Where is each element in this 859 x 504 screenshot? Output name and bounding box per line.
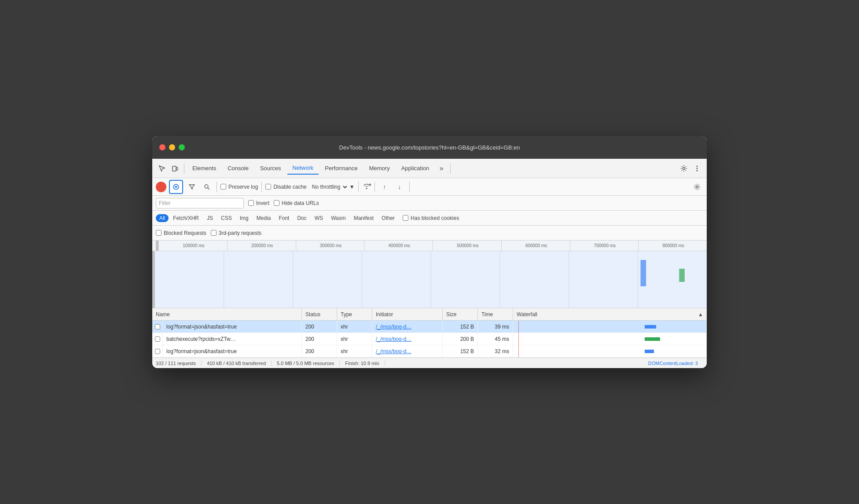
- table-row[interactable]: log?format=json&hasfast=true 200 xhr /_/…: [152, 321, 707, 333]
- svg-point-9: [205, 185, 208, 188]
- th-type[interactable]: Type: [337, 308, 372, 320]
- type-btn-img[interactable]: Img: [236, 214, 252, 222]
- search-icon[interactable]: [201, 181, 213, 193]
- tab-application[interactable]: Application: [396, 162, 435, 174]
- has-blocked-cookies-input[interactable]: [403, 215, 408, 221]
- row-name-1: log?format=json&hasfast=true: [163, 321, 302, 332]
- main-toolbar: Elements Console Sources Network Perform…: [152, 159, 707, 178]
- tab-console[interactable]: Console: [222, 162, 254, 174]
- row-type-1: xhr: [337, 321, 372, 332]
- type-btn-font[interactable]: Font: [275, 214, 293, 222]
- settings-icon[interactable]: [678, 162, 690, 175]
- download-icon[interactable]: ↓: [393, 181, 406, 193]
- row-initiator-1: /_/mss/boq-d…: [372, 321, 443, 332]
- clear-button[interactable]: [169, 180, 183, 194]
- table-row[interactable]: batchexecute?rpcids=xZTw… 200 xhr /_/mss…: [152, 333, 707, 345]
- row-time-1: 39 ms: [478, 321, 513, 332]
- sort-arrow-icon: ▲: [698, 311, 703, 318]
- minimize-button[interactable]: [169, 144, 175, 150]
- blocked-requests-checkbox[interactable]: Blocked Requests: [156, 230, 206, 236]
- traffic-lights: [159, 144, 185, 150]
- disable-cache-checkbox[interactable]: Disable cache: [265, 184, 306, 190]
- preserve-log-checkbox[interactable]: Preserve log: [220, 184, 258, 190]
- row-checkbox-2[interactable]: [152, 333, 163, 345]
- type-btn-doc[interactable]: Doc: [294, 214, 310, 222]
- row-check-input-3[interactable]: [155, 349, 160, 354]
- toolbar-divider-1: [184, 163, 184, 174]
- throttle-select[interactable]: No throttling Fast 3G Slow 3G Offline: [309, 183, 349, 190]
- wf-bar-3: [645, 350, 654, 353]
- row-checkbox-3[interactable]: [152, 345, 163, 357]
- tab-sources[interactable]: Sources: [255, 162, 286, 174]
- more-tabs-button[interactable]: »: [435, 162, 448, 175]
- hide-data-urls-checkbox[interactable]: Hide data URLs: [274, 200, 319, 206]
- row-checkbox-1[interactable]: [152, 321, 163, 332]
- timeline-header: 100000 ms 200000 ms 300000 ms 400000 ms …: [152, 241, 707, 251]
- close-button[interactable]: [159, 144, 165, 150]
- type-btn-other[interactable]: Other: [378, 214, 398, 222]
- th-waterfall[interactable]: Waterfall ▲: [513, 308, 707, 320]
- th-name[interactable]: Name: [152, 308, 302, 320]
- status-transferred: 410 kB / 410 kB transferred: [202, 361, 272, 366]
- blocked-requests-input[interactable]: [156, 230, 162, 236]
- row-initiator-3: /_/mss/boq-d…: [372, 345, 443, 357]
- record-button[interactable]: [156, 182, 166, 192]
- type-btn-fetch-xhr[interactable]: Fetch/XHR: [169, 214, 202, 222]
- timeline-chart: [155, 251, 707, 308]
- row-status-1: 200: [302, 321, 337, 332]
- wf-bar-1: [645, 325, 656, 329]
- type-btn-css[interactable]: CSS: [217, 214, 235, 222]
- device-toolbar-icon[interactable]: [169, 162, 181, 175]
- type-btn-all[interactable]: All: [156, 214, 169, 222]
- tick-4: 400000 ms: [364, 241, 433, 251]
- tick-5: 500000 ms: [433, 241, 501, 251]
- row-check-input-1[interactable]: [155, 324, 160, 329]
- filter-input[interactable]: [156, 198, 244, 208]
- svg-point-3: [697, 165, 698, 167]
- tab-performance[interactable]: Performance: [319, 162, 363, 174]
- net-divider-1: [217, 182, 217, 192]
- third-party-checkbox[interactable]: 3rd-party requests: [211, 230, 261, 236]
- disable-cache-input[interactable]: [265, 184, 271, 190]
- timeline-ticks: 100000 ms 200000 ms 300000 ms 400000 ms …: [158, 241, 707, 251]
- kebab-menu-icon[interactable]: [691, 162, 703, 175]
- tab-memory[interactable]: Memory: [364, 162, 395, 174]
- svg-point-5: [697, 170, 698, 171]
- th-initiator[interactable]: Initiator: [372, 308, 443, 320]
- type-btn-js[interactable]: JS: [203, 214, 217, 222]
- tab-elements[interactable]: Elements: [187, 162, 221, 174]
- th-status[interactable]: Status: [302, 308, 337, 320]
- tick-7: 700000 ms: [570, 241, 639, 251]
- type-btn-manifest[interactable]: Manifest: [350, 214, 377, 222]
- has-blocked-cookies-checkbox[interactable]: Has blocked cookies: [403, 215, 459, 221]
- th-size[interactable]: Size: [443, 308, 478, 320]
- type-btn-ws[interactable]: WS: [311, 214, 327, 222]
- filter-icon[interactable]: [186, 181, 198, 193]
- invert-input[interactable]: [248, 200, 254, 206]
- tick-1: 100000 ms: [158, 241, 227, 251]
- table-row[interactable]: log?format=json&hasfast=true 200 xhr /_/…: [152, 345, 707, 358]
- upload-icon[interactable]: ↑: [378, 181, 391, 193]
- th-time[interactable]: Time: [478, 308, 513, 320]
- row-time-3: 32 ms: [478, 345, 513, 357]
- online-icon: [362, 183, 371, 191]
- row-type-3: xhr: [337, 345, 372, 357]
- preserve-log-input[interactable]: [220, 184, 226, 190]
- wf-red-line-3: [518, 345, 519, 357]
- type-btn-wasm[interactable]: Wasm: [327, 214, 349, 222]
- network-settings-icon[interactable]: [691, 181, 703, 193]
- row-size-2: 200 B: [443, 333, 478, 345]
- svg-point-4: [697, 168, 698, 169]
- third-party-input[interactable]: [211, 230, 217, 236]
- hide-data-urls-input[interactable]: [274, 200, 279, 206]
- invert-checkbox[interactable]: Invert: [248, 200, 269, 206]
- type-btn-media[interactable]: Media: [253, 214, 275, 222]
- filter-bar: Invert Hide data URLs: [152, 196, 707, 211]
- row-check-input-2[interactable]: [155, 336, 160, 342]
- inspect-element-icon[interactable]: [156, 162, 168, 175]
- net-divider-4: [374, 182, 375, 192]
- toolbar-divider-2: [450, 163, 451, 174]
- tab-network[interactable]: Network: [287, 162, 319, 175]
- maximize-button[interactable]: [179, 144, 185, 150]
- throttle-dropdown[interactable]: No throttling Fast 3G Slow 3G Offline ▼: [309, 183, 355, 190]
